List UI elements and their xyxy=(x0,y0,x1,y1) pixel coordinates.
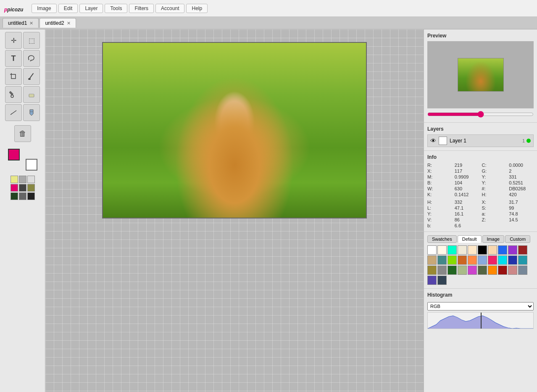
info-z-val: 14.5 xyxy=(509,217,534,222)
app-logo: ppicozu xyxy=(4,3,23,14)
swatch-color-27[interactable] xyxy=(498,266,507,275)
swatch-color-25[interactable] xyxy=(478,266,487,275)
swatch-darkgreen[interactable] xyxy=(11,192,18,200)
swatch-color-4[interactable] xyxy=(468,245,477,255)
nav-filters[interactable]: Filters xyxy=(129,4,154,13)
swatch-color-11[interactable] xyxy=(437,255,447,265)
info-m-label: M: xyxy=(427,174,452,179)
swatch-color-29[interactable] xyxy=(518,266,527,275)
info-y4-label: Y: xyxy=(427,211,452,216)
svg-rect-0 xyxy=(11,74,16,79)
color-background[interactable] xyxy=(26,159,37,171)
swatch-pink[interactable] xyxy=(11,184,18,192)
tool-select[interactable]: ⬚ xyxy=(23,32,40,49)
swatch-color-12[interactable] xyxy=(448,255,457,265)
info-h2-val: 420 xyxy=(509,192,534,197)
info-r-label: R: xyxy=(427,163,452,168)
swatch-color-13[interactable] xyxy=(458,255,467,265)
swatch-color-5[interactable] xyxy=(478,245,487,255)
swatch-color-21[interactable] xyxy=(437,266,447,275)
swatch-color-14[interactable] xyxy=(468,255,477,265)
swatch-color-19[interactable] xyxy=(518,255,527,265)
preview-image xyxy=(458,58,504,92)
info-m-val: 0.9909 xyxy=(455,174,479,179)
tool-move[interactable]: ✛ xyxy=(5,32,22,49)
swatch-color-6[interactable] xyxy=(488,245,497,255)
info-y2-label: Y: xyxy=(482,174,507,179)
canvas-area[interactable] xyxy=(45,29,424,392)
tool-fill[interactable] xyxy=(23,104,40,121)
tab-untitled2-close[interactable]: ✕ xyxy=(67,21,71,26)
nav-tools[interactable]: Tools xyxy=(105,4,127,13)
tab-untitled1-close[interactable]: ✕ xyxy=(29,21,33,26)
swatch-color-22[interactable] xyxy=(448,266,457,275)
swatch-color-0[interactable] xyxy=(427,245,437,255)
swatch-color-17[interactable] xyxy=(498,255,507,265)
info-x2-val: 31.7 xyxy=(509,200,534,205)
tab-untitled2[interactable]: untitled2 ✕ xyxy=(39,18,76,28)
info-y3-label: Y: xyxy=(482,180,507,185)
swatch-color-1[interactable] xyxy=(437,245,447,255)
color-foreground[interactable] xyxy=(8,149,20,160)
nav-account[interactable]: Account xyxy=(155,4,184,13)
swatch-color-31[interactable] xyxy=(437,276,447,285)
swatch-lightgray[interactable] xyxy=(27,176,35,183)
swatch-color-20[interactable] xyxy=(427,266,437,275)
swatch-color-2[interactable] xyxy=(448,245,457,255)
swatch-color-7[interactable] xyxy=(498,245,507,255)
tool-crop[interactable] xyxy=(5,68,22,85)
svg-point-4 xyxy=(28,78,31,80)
swatch-color-15[interactable] xyxy=(478,255,487,265)
swatch-color-28[interactable] xyxy=(508,266,517,275)
tool-eraser[interactable] xyxy=(23,86,40,103)
tool-eyedropper[interactable] xyxy=(5,86,22,103)
tab-untitled1[interactable]: untitled1 ✕ xyxy=(3,18,39,28)
swatch-midgray[interactable] xyxy=(19,192,26,200)
swatch-color-26[interactable] xyxy=(488,266,497,275)
tool-text[interactable]: T xyxy=(5,50,22,67)
swatch-color-9[interactable] xyxy=(518,245,527,255)
canvas-image[interactable] xyxy=(102,42,367,218)
swatch-color-10[interactable] xyxy=(427,255,437,265)
info-y2-val: 331 xyxy=(509,174,534,179)
swatch-olive[interactable] xyxy=(27,184,35,192)
right-panel: Preview Layers 👁 Layer 1 1 Info xyxy=(424,29,537,392)
swatch-color-23[interactable] xyxy=(458,266,467,275)
histogram-title: Histogram xyxy=(427,292,534,298)
swatch-color-24[interactable] xyxy=(468,266,477,275)
swatch-color-8[interactable] xyxy=(508,245,517,255)
nav-layer[interactable]: Layer xyxy=(79,4,103,13)
swatch-yellow[interactable] xyxy=(11,176,18,183)
swatch-black[interactable] xyxy=(27,192,35,200)
nav-edit[interactable]: Edit xyxy=(58,4,78,13)
swatch-color-16[interactable] xyxy=(488,255,497,265)
svg-rect-5 xyxy=(9,91,13,96)
info-a-val: 74.8 xyxy=(509,211,534,216)
nav-help[interactable]: Help xyxy=(186,4,208,13)
info-x-val: 117 xyxy=(455,168,479,174)
swatch-tab-default[interactable]: Default xyxy=(458,235,482,243)
left-toolbar: ✛ ⬚ T 🗑 xyxy=(0,29,45,392)
swatch-color-18[interactable] xyxy=(508,255,517,265)
info-l-val: 47.1 xyxy=(455,205,479,210)
preview-zoom-slider[interactable] xyxy=(427,111,534,118)
nav-image[interactable]: Image xyxy=(32,4,56,13)
swatch-darkgray[interactable] xyxy=(19,184,26,192)
swatch-tab-swatches[interactable]: Swatches xyxy=(427,235,457,243)
info-x2-label: X: xyxy=(482,200,507,205)
layer-visibility-toggle[interactable]: 👁 xyxy=(430,137,436,144)
swatches-grid xyxy=(427,245,534,285)
tool-brush[interactable] xyxy=(23,68,40,85)
swatch-color-3[interactable] xyxy=(458,245,467,255)
swatch-tab-image[interactable]: Image xyxy=(482,235,505,243)
info-g-val: 2 xyxy=(509,168,534,174)
tool-lasso[interactable] xyxy=(23,50,40,67)
swatch-color-30[interactable] xyxy=(427,276,437,285)
tool-ruler[interactable] xyxy=(5,104,22,121)
layers-title: Layers xyxy=(427,126,534,132)
layer-active-indicator xyxy=(526,139,531,143)
tool-trash[interactable]: 🗑 xyxy=(14,125,31,142)
swatch-tab-custom[interactable]: Custom xyxy=(505,235,530,243)
histogram-mode-select[interactable]: RGB Red Green Blue xyxy=(427,302,534,310)
swatch-gray[interactable] xyxy=(19,176,26,183)
